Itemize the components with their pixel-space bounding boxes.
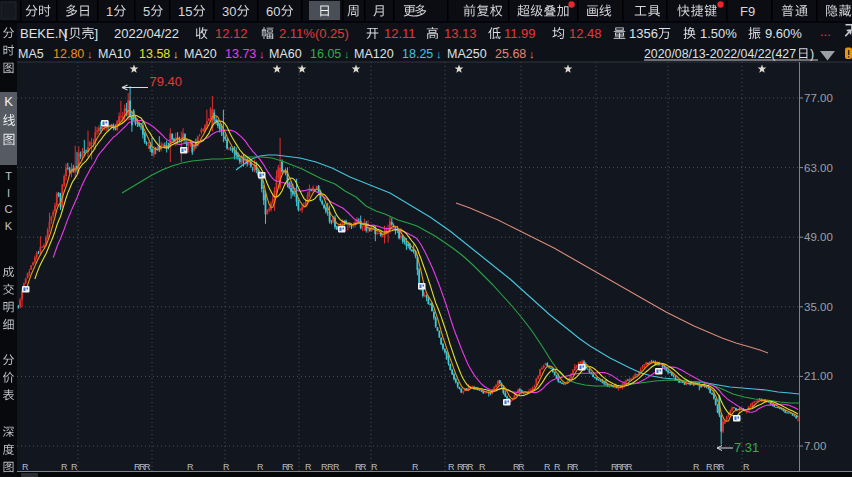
svg-text:R: R	[71, 462, 78, 472]
svg-text:0: 0	[273, 4, 280, 19]
svg-text:3: 3	[222, 4, 229, 19]
svg-text:0: 0	[229, 4, 236, 19]
svg-text:13.13: 13.13	[444, 26, 477, 41]
svg-text:MA250: MA250	[447, 47, 487, 61]
svg-text:11.99: 11.99	[504, 26, 536, 41]
svg-text:I: I	[7, 187, 10, 199]
svg-text:MA60: MA60	[269, 47, 302, 61]
svg-text:13.58: 13.58	[139, 47, 170, 61]
svg-text:C: C	[5, 203, 13, 215]
svg-text:35.00: 35.00	[804, 301, 833, 313]
svg-text:R: R	[257, 462, 264, 472]
svg-text:...: ...	[820, 24, 831, 39]
svg-text:F9: F9	[740, 4, 755, 19]
svg-text:R: R	[467, 462, 474, 472]
svg-text:R: R	[718, 462, 725, 472]
svg-text:R: R	[22, 462, 29, 472]
svg-text:↓: ↓	[529, 48, 535, 60]
svg-text:R: R	[743, 462, 750, 472]
svg-text:49.00: 49.00	[804, 231, 833, 243]
svg-text:[: [	[64, 26, 68, 41]
svg-text:6: 6	[266, 4, 273, 19]
svg-text:2022/04/22: 2022/04/22	[114, 26, 179, 41]
svg-text:MA10: MA10	[98, 47, 131, 61]
svg-text:12.80: 12.80	[53, 47, 84, 61]
svg-text:9.60%: 9.60%	[765, 26, 802, 41]
svg-text:16.05: 16.05	[310, 47, 341, 61]
svg-text:63.00: 63.00	[804, 162, 833, 174]
svg-text:R: R	[572, 462, 579, 472]
svg-text:↓: ↓	[259, 48, 265, 60]
svg-text:MA5: MA5	[18, 47, 44, 61]
svg-text:1: 1	[178, 4, 185, 19]
svg-text:12.48: 12.48	[569, 26, 602, 41]
svg-text:R: R	[144, 462, 151, 472]
svg-text:77.00: 77.00	[804, 92, 833, 104]
svg-text:13.73: 13.73	[225, 47, 256, 61]
svg-text:7.00: 7.00	[804, 440, 826, 452]
svg-text:5: 5	[185, 4, 192, 19]
svg-text:R: R	[544, 462, 551, 472]
svg-text:R: R	[518, 462, 525, 472]
svg-text:R: R	[305, 462, 312, 472]
svg-text:R: R	[448, 462, 455, 472]
svg-text:R: R	[693, 462, 700, 472]
svg-text:79.40: 79.40	[150, 74, 183, 89]
svg-text:R: R	[287, 462, 294, 472]
svg-text:2.11%(0.25): 2.11%(0.25)	[279, 26, 349, 41]
svg-text:R: R	[223, 462, 230, 472]
svg-text:1: 1	[106, 4, 113, 19]
svg-text:]: ]	[95, 26, 99, 41]
svg-text:BEKE.N: BEKE.N	[20, 26, 68, 41]
svg-text:R: R	[61, 462, 68, 472]
svg-text:): )	[810, 47, 814, 61]
svg-text:R: R	[371, 462, 378, 472]
svg-text:12.11: 12.11	[384, 26, 416, 41]
svg-text:18.25: 18.25	[402, 47, 433, 61]
svg-text:R: R	[412, 462, 419, 472]
svg-text:R: R	[626, 462, 633, 472]
svg-text:R: R	[187, 462, 194, 472]
svg-text:7.31: 7.31	[734, 440, 759, 455]
svg-text:1356: 1356	[629, 26, 658, 41]
svg-text:T: T	[5, 170, 12, 182]
svg-text:R: R	[333, 462, 340, 472]
svg-text:1.50%: 1.50%	[700, 26, 737, 41]
svg-text:MA120: MA120	[354, 47, 394, 61]
svg-text:25.68: 25.68	[495, 47, 526, 61]
svg-text:K: K	[4, 94, 13, 109]
svg-text:R: R	[554, 462, 561, 472]
svg-text:↓: ↓	[173, 48, 179, 60]
svg-text:12.12: 12.12	[215, 26, 248, 41]
svg-text:5: 5	[143, 4, 150, 19]
svg-text:R: R	[360, 462, 367, 472]
svg-text:2020/08/13-2022/04/22(427: 2020/08/13-2022/04/22(427	[644, 47, 796, 61]
svg-text:↓: ↓	[344, 48, 350, 60]
svg-text:↓: ↓	[436, 48, 442, 60]
svg-text:MA20: MA20	[184, 47, 217, 61]
svg-text:↓: ↓	[87, 48, 93, 60]
svg-text:K: K	[5, 220, 13, 232]
svg-text:R: R	[479, 462, 486, 472]
svg-text:21.00: 21.00	[804, 370, 833, 382]
svg-text:R: R	[706, 462, 713, 472]
